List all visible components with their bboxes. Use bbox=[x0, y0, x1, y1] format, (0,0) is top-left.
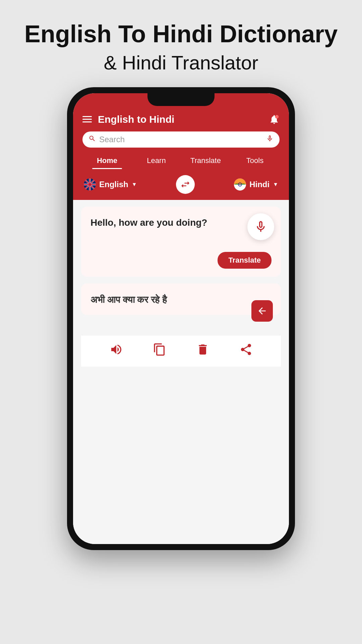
search-icon bbox=[88, 135, 96, 144]
swap-languages-button[interactable] bbox=[176, 175, 195, 194]
page-title-line1: English To Hindi Dictionary bbox=[24, 20, 338, 48]
page-title-line2: & Hindi Translator bbox=[24, 51, 338, 74]
target-language-label: Hindi bbox=[249, 180, 269, 189]
tab-home[interactable]: Home bbox=[82, 152, 132, 169]
target-text-box: अभी आप क्या कर रहे है bbox=[81, 283, 281, 315]
source-lang-arrow-icon: ▼ bbox=[132, 181, 137, 187]
tab-tools[interactable]: Tools bbox=[230, 152, 280, 169]
uk-flag-icon bbox=[84, 178, 96, 191]
page-header: English To Hindi Dictionary & Hindi Tran… bbox=[11, 20, 351, 74]
target-text: अभी आप क्या कर रहे है bbox=[90, 293, 272, 307]
share-icon[interactable] bbox=[239, 343, 253, 359]
target-lang-arrow-icon: ▼ bbox=[273, 181, 278, 187]
india-flag-icon bbox=[234, 178, 246, 191]
svg-point-0 bbox=[275, 115, 279, 118]
tab-translate[interactable]: Translate bbox=[181, 152, 230, 169]
phone-notch bbox=[147, 93, 215, 106]
menu-icon[interactable] bbox=[82, 116, 92, 122]
translate-button[interactable]: Translate bbox=[218, 252, 272, 269]
nav-tabs: Home Learn Translate Tools bbox=[82, 152, 280, 169]
copy-back-button[interactable] bbox=[251, 300, 273, 322]
copy-icon[interactable] bbox=[153, 343, 166, 359]
app-title: English to Hindi bbox=[98, 114, 269, 125]
phone-screen: English to Hindi Search bbox=[73, 93, 289, 544]
header-top-row: English to Hindi bbox=[82, 113, 280, 125]
phone-frame: English to Hindi Search bbox=[67, 87, 295, 550]
source-text-box: Hello, how are you doing? Translate bbox=[81, 207, 281, 277]
language-selector: English ▼ bbox=[73, 169, 289, 200]
microphone-button[interactable] bbox=[247, 213, 274, 240]
speaker-icon[interactable] bbox=[110, 343, 123, 359]
tab-learn[interactable]: Learn bbox=[132, 152, 181, 169]
source-text: Hello, how are you doing? bbox=[90, 216, 226, 229]
search-bar[interactable]: Search bbox=[82, 131, 280, 148]
bottom-actions-bar bbox=[81, 335, 281, 367]
svg-point-12 bbox=[240, 184, 241, 185]
source-language-label: English bbox=[99, 180, 128, 189]
delete-icon[interactable] bbox=[196, 343, 209, 359]
target-language-button[interactable]: Hindi ▼ bbox=[234, 178, 278, 191]
search-input[interactable]: Search bbox=[99, 135, 266, 144]
source-language-button[interactable]: English ▼ bbox=[84, 178, 137, 191]
app-content: Hello, how are you doing? Translate अभी … bbox=[73, 200, 289, 544]
notification-bell-icon[interactable] bbox=[269, 113, 280, 125]
search-mic-icon[interactable] bbox=[266, 135, 274, 144]
